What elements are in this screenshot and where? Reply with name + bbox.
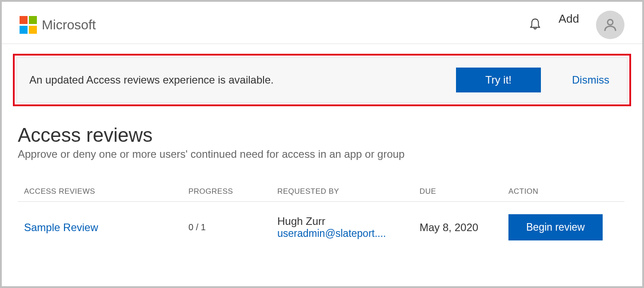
person-icon: [602, 17, 618, 33]
table-header-row: ACCESS REVIEWS PROGRESS REQUESTED BY DUE…: [18, 187, 624, 202]
table-row: Sample Review 0 / 1 Hugh Zurr useradmin@…: [18, 202, 624, 253]
page-subtitle: Approve or deny one or more users' conti…: [18, 148, 624, 160]
notification-banner: An updated Access reviews experience is …: [16, 57, 628, 103]
add-button[interactable]: Add: [559, 12, 579, 26]
col-header-progress: PROGRESS: [188, 187, 277, 196]
review-name-link[interactable]: Sample Review: [24, 221, 98, 233]
col-header-requested-by: REQUESTED BY: [277, 187, 420, 196]
notifications-icon[interactable]: [528, 16, 542, 33]
requester-name: Hugh Zurr: [277, 215, 420, 228]
svg-point-0: [608, 20, 613, 25]
begin-review-button[interactable]: Begin review: [508, 214, 603, 240]
requester-email-link[interactable]: useradmin@slateport....: [277, 228, 420, 240]
main-content: Access reviews Approve or deny one or mo…: [2, 106, 642, 253]
col-header-name: ACCESS REVIEWS: [24, 187, 188, 196]
banner-actions: Try it! Dismiss: [456, 68, 609, 92]
brand-name: Microsoft: [42, 17, 96, 32]
header: Microsoft Add: [2, 2, 642, 44]
microsoft-logo-icon: [20, 16, 37, 34]
reviews-table: ACCESS REVIEWS PROGRESS REQUESTED BY DUE…: [18, 187, 624, 253]
col-header-due: DUE: [420, 187, 508, 196]
try-it-button[interactable]: Try it!: [456, 68, 541, 92]
dismiss-button[interactable]: Dismiss: [572, 74, 609, 86]
page-title: Access reviews: [18, 124, 624, 146]
banner-message: An updated Access reviews experience is …: [29, 74, 274, 86]
review-due-date: May 8, 2020: [420, 221, 478, 233]
avatar[interactable]: [596, 11, 624, 39]
brand-area: Microsoft: [20, 16, 96, 34]
review-progress: 0 / 1: [188, 222, 206, 232]
header-actions: Add: [528, 11, 624, 39]
app-window: Microsoft Add An updated Access reviews …: [2, 2, 642, 286]
col-header-action: ACTION: [508, 187, 618, 196]
notification-banner-highlight: An updated Access reviews experience is …: [13, 54, 631, 106]
